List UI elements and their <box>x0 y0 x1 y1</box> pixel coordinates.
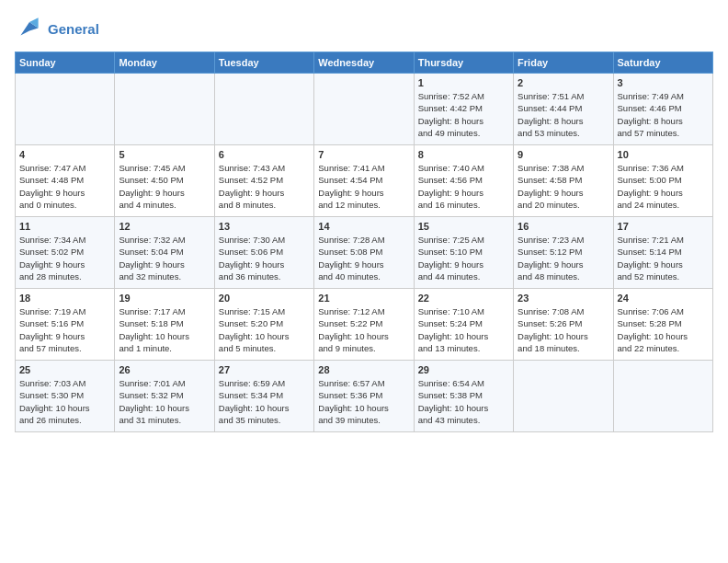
day-content: Sunrise: 6:54 AM Sunset: 5:38 PM Dayligh… <box>418 377 509 426</box>
day-cell: 21Sunrise: 7:12 AM Sunset: 5:22 PM Dayli… <box>314 289 414 361</box>
day-cell: 15Sunrise: 7:25 AM Sunset: 5:10 PM Dayli… <box>414 217 513 289</box>
day-content: Sunrise: 7:30 AM Sunset: 5:06 PM Dayligh… <box>219 234 310 282</box>
day-number: 18 <box>19 293 110 304</box>
day-number: 16 <box>518 221 609 232</box>
day-number: 2 <box>518 77 609 88</box>
column-header-thursday: Thursday <box>414 52 513 74</box>
day-number: 9 <box>518 149 609 160</box>
day-number: 27 <box>219 364 310 375</box>
day-number: 11 <box>19 221 110 232</box>
day-number: 13 <box>219 221 310 232</box>
day-content: Sunrise: 6:57 AM Sunset: 5:36 PM Dayligh… <box>318 377 409 426</box>
column-header-saturday: Saturday <box>613 52 712 74</box>
week-row-2: 11Sunrise: 7:34 AM Sunset: 5:02 PM Dayli… <box>16 217 713 289</box>
column-header-wednesday: Wednesday <box>314 52 414 74</box>
day-content: Sunrise: 7:34 AM Sunset: 5:02 PM Dayligh… <box>19 234 110 282</box>
day-cell <box>115 74 214 145</box>
day-number: 24 <box>618 293 709 304</box>
day-number: 8 <box>418 149 509 160</box>
day-cell: 22Sunrise: 7:10 AM Sunset: 5:24 PM Dayli… <box>414 289 513 361</box>
day-cell: 8Sunrise: 7:40 AM Sunset: 4:56 PM Daylig… <box>414 145 513 217</box>
day-cell <box>214 74 313 145</box>
day-content: Sunrise: 7:01 AM Sunset: 5:32 PM Dayligh… <box>119 377 210 426</box>
day-number: 20 <box>219 293 310 304</box>
day-cell: 9Sunrise: 7:38 AM Sunset: 4:58 PM Daylig… <box>514 145 613 217</box>
week-row-1: 4Sunrise: 7:47 AM Sunset: 4:48 PM Daylig… <box>16 145 713 217</box>
day-content: Sunrise: 7:19 AM Sunset: 5:16 PM Dayligh… <box>19 305 110 354</box>
day-number: 28 <box>318 364 409 375</box>
day-content: Sunrise: 7:38 AM Sunset: 4:58 PM Dayligh… <box>518 162 609 211</box>
day-cell: 23Sunrise: 7:08 AM Sunset: 5:26 PM Dayli… <box>514 289 613 361</box>
day-number: 12 <box>119 221 210 232</box>
day-cell <box>314 74 414 145</box>
day-cell: 6Sunrise: 7:43 AM Sunset: 4:52 PM Daylig… <box>214 145 313 217</box>
day-cell: 1Sunrise: 7:52 AM Sunset: 4:42 PM Daylig… <box>414 74 513 145</box>
day-cell <box>613 361 712 432</box>
day-number: 26 <box>119 364 210 375</box>
day-content: Sunrise: 7:28 AM Sunset: 5:08 PM Dayligh… <box>318 234 409 282</box>
day-cell: 10Sunrise: 7:36 AM Sunset: 5:00 PM Dayli… <box>613 145 712 217</box>
day-cell: 24Sunrise: 7:06 AM Sunset: 5:28 PM Dayli… <box>613 289 712 361</box>
day-cell: 12Sunrise: 7:32 AM Sunset: 5:04 PM Dayli… <box>115 217 214 289</box>
day-content: Sunrise: 6:59 AM Sunset: 5:34 PM Dayligh… <box>219 377 310 426</box>
day-cell: 5Sunrise: 7:45 AM Sunset: 4:50 PM Daylig… <box>115 145 214 217</box>
column-header-monday: Monday <box>115 52 214 74</box>
day-number: 29 <box>418 364 509 375</box>
day-number: 17 <box>618 221 709 232</box>
day-content: Sunrise: 7:32 AM Sunset: 5:04 PM Dayligh… <box>119 234 210 282</box>
day-cell: 7Sunrise: 7:41 AM Sunset: 4:54 PM Daylig… <box>314 145 414 217</box>
logo-text: General <box>48 21 99 38</box>
day-number: 22 <box>418 293 509 304</box>
column-header-tuesday: Tuesday <box>214 52 313 74</box>
day-cell: 19Sunrise: 7:17 AM Sunset: 5:18 PM Dayli… <box>115 289 214 361</box>
day-cell: 25Sunrise: 7:03 AM Sunset: 5:30 PM Dayli… <box>16 361 115 432</box>
day-content: Sunrise: 7:21 AM Sunset: 5:14 PM Dayligh… <box>618 234 709 282</box>
day-cell: 18Sunrise: 7:19 AM Sunset: 5:16 PM Dayli… <box>16 289 115 361</box>
day-number: 14 <box>318 221 409 232</box>
day-cell: 3Sunrise: 7:49 AM Sunset: 4:46 PM Daylig… <box>613 74 712 145</box>
day-number: 6 <box>219 149 310 160</box>
day-cell: 2Sunrise: 7:51 AM Sunset: 4:44 PM Daylig… <box>514 74 613 145</box>
day-cell <box>514 361 613 432</box>
day-number: 15 <box>418 221 509 232</box>
day-number: 25 <box>19 364 110 375</box>
day-number: 7 <box>318 149 409 160</box>
page: General SundayMondayTuesdayWednesdayThur… <box>0 0 728 563</box>
week-row-0: 1Sunrise: 7:52 AM Sunset: 4:42 PM Daylig… <box>16 74 713 145</box>
day-content: Sunrise: 7:36 AM Sunset: 5:00 PM Dayligh… <box>618 162 709 211</box>
day-content: Sunrise: 7:08 AM Sunset: 5:26 PM Dayligh… <box>518 305 609 354</box>
day-number: 4 <box>19 149 110 160</box>
day-content: Sunrise: 7:43 AM Sunset: 4:52 PM Dayligh… <box>219 162 310 211</box>
day-cell: 11Sunrise: 7:34 AM Sunset: 5:02 PM Dayli… <box>16 217 115 289</box>
day-cell: 13Sunrise: 7:30 AM Sunset: 5:06 PM Dayli… <box>214 217 313 289</box>
day-content: Sunrise: 7:12 AM Sunset: 5:22 PM Dayligh… <box>318 305 409 354</box>
day-content: Sunrise: 7:52 AM Sunset: 4:42 PM Dayligh… <box>418 90 509 139</box>
day-content: Sunrise: 7:15 AM Sunset: 5:20 PM Dayligh… <box>219 305 310 354</box>
week-row-3: 18Sunrise: 7:19 AM Sunset: 5:16 PM Dayli… <box>16 289 713 361</box>
column-header-friday: Friday <box>514 52 613 74</box>
logo: General <box>15 15 99 44</box>
day-content: Sunrise: 7:47 AM Sunset: 4:48 PM Dayligh… <box>19 162 110 211</box>
day-content: Sunrise: 7:17 AM Sunset: 5:18 PM Dayligh… <box>119 305 210 354</box>
calendar-table: SundayMondayTuesdayWednesdayThursdayFrid… <box>15 52 713 432</box>
day-cell: 29Sunrise: 6:54 AM Sunset: 5:38 PM Dayli… <box>414 361 513 432</box>
day-content: Sunrise: 7:06 AM Sunset: 5:28 PM Dayligh… <box>618 305 709 354</box>
day-content: Sunrise: 7:51 AM Sunset: 4:44 PM Dayligh… <box>518 90 609 139</box>
day-content: Sunrise: 7:49 AM Sunset: 4:46 PM Dayligh… <box>618 90 709 139</box>
header-row: SundayMondayTuesdayWednesdayThursdayFrid… <box>16 52 713 74</box>
day-number: 21 <box>318 293 409 304</box>
day-content: Sunrise: 7:40 AM Sunset: 4:56 PM Dayligh… <box>418 162 509 211</box>
day-cell: 17Sunrise: 7:21 AM Sunset: 5:14 PM Dayli… <box>613 217 712 289</box>
day-number: 5 <box>119 149 210 160</box>
day-content: Sunrise: 7:45 AM Sunset: 4:50 PM Dayligh… <box>119 162 210 211</box>
day-cell: 14Sunrise: 7:28 AM Sunset: 5:08 PM Dayli… <box>314 217 414 289</box>
day-number: 1 <box>418 77 509 88</box>
header: General <box>15 15 713 44</box>
day-content: Sunrise: 7:03 AM Sunset: 5:30 PM Dayligh… <box>19 377 110 426</box>
day-cell <box>16 74 115 145</box>
day-number: 3 <box>618 77 709 88</box>
day-cell: 28Sunrise: 6:57 AM Sunset: 5:36 PM Dayli… <box>314 361 414 432</box>
logo-icon <box>15 15 44 44</box>
day-cell: 20Sunrise: 7:15 AM Sunset: 5:20 PM Dayli… <box>214 289 313 361</box>
day-content: Sunrise: 7:23 AM Sunset: 5:12 PM Dayligh… <box>518 234 609 282</box>
